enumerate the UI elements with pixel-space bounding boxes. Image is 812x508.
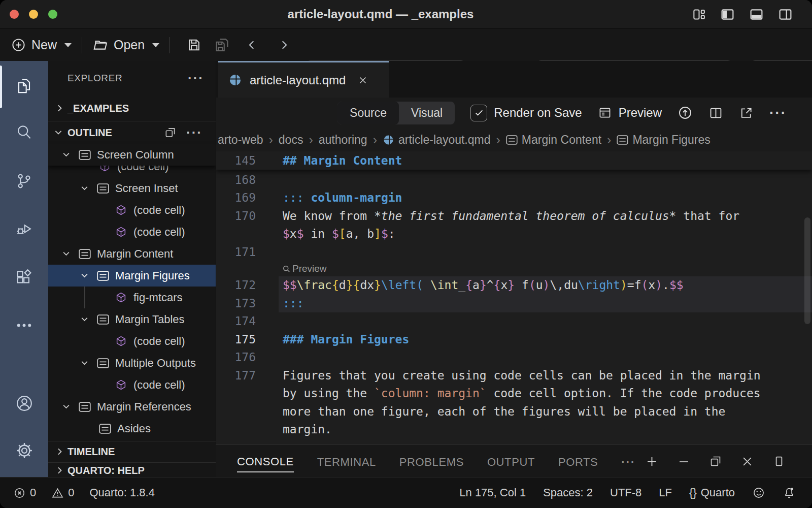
panel-more-tabs-icon[interactable]: ··· — [621, 451, 635, 472]
indent-guide — [84, 287, 85, 308]
source-control-icon[interactable] — [0, 172, 48, 190]
editor-scrollbar[interactable] — [804, 217, 810, 324]
navigate-forward-icon[interactable] — [277, 38, 291, 52]
timeline-section-header[interactable]: TIMELINE — [48, 441, 216, 462]
publish-icon[interactable] — [678, 105, 693, 120]
outline-more-icon[interactable]: ··· — [186, 125, 202, 141]
more-views-icon[interactable] — [0, 316, 48, 335]
code-line-wrap[interactable]: by using the `column: margin` code cell … — [216, 385, 812, 403]
maximize-window-button[interactable] — [48, 10, 57, 19]
minimize-panel-icon[interactable] — [677, 455, 691, 468]
code-line-current[interactable]: 175### Margin Figures — [216, 331, 812, 349]
outline-item-margin-tables[interactable]: Margin Tables — [48, 308, 216, 330]
new-session-plus-icon[interactable] — [645, 455, 659, 468]
new-button[interactable]: New — [11, 38, 72, 52]
explorer-more-icon[interactable]: ··· — [188, 71, 204, 86]
panel-tab-console[interactable]: CONSOLE — [237, 450, 294, 472]
save-all-button[interactable] — [214, 37, 230, 53]
outline-item-multiple-outputs[interactable]: Multiple Outputs — [48, 352, 216, 374]
extensions-icon[interactable] — [0, 268, 48, 287]
breadcrumb-folder[interactable]: docs — [279, 133, 303, 147]
code-line[interactable]: 173::: — [216, 295, 812, 313]
code-editor[interactable]: 168 169::: column-margin 170We know from… — [216, 151, 812, 444]
panel-layout-icon[interactable] — [772, 455, 786, 468]
code-line-wrap[interactable]: margin. — [216, 421, 812, 439]
source-visual-toggle[interactable]: Source Visual — [337, 102, 455, 124]
code-line[interactable]: 174 — [216, 312, 812, 331]
navigate-back-icon[interactable] — [245, 38, 259, 52]
checkbox-checked-icon[interactable] — [470, 105, 487, 121]
outline-item-code-cell[interactable]: (code cell) — [48, 221, 216, 243]
panel-tab-terminal[interactable]: TERMINAL — [317, 451, 376, 472]
outline-item-asides[interactable]: Asides — [48, 418, 216, 439]
open-button[interactable]: Open — [92, 37, 159, 53]
panel-tab-problems[interactable]: PROBLEMS — [399, 451, 464, 472]
settings-gear-icon[interactable] — [0, 441, 48, 460]
panel-tab-ports[interactable]: PORTS — [558, 451, 598, 472]
render-on-save-toggle[interactable]: Render on Save — [470, 105, 582, 121]
outline-item-margin-content[interactable]: Margin Content — [48, 243, 216, 265]
mode-source-button[interactable]: Source — [337, 102, 399, 124]
preview-button[interactable]: Preview — [598, 106, 662, 120]
search-view-icon[interactable] — [0, 123, 48, 142]
editor-more-actions-icon[interactable]: ··· — [769, 108, 787, 118]
outline-item-code-cell[interactable]: (code cell) — [48, 330, 216, 352]
outline-item-margin-figures-selected[interactable]: Margin Figures — [48, 265, 216, 287]
code-line[interactable]: 168 — [216, 171, 812, 189]
toggle-bottom-panel-icon[interactable] — [749, 7, 764, 22]
panel-tab-output[interactable]: OUTPUT — [487, 451, 535, 472]
breadcrumb-symbol[interactable]: Margin Figures — [617, 133, 710, 147]
explorer-icon[interactable] — [0, 76, 48, 95]
save-button[interactable] — [186, 37, 202, 53]
breadcrumb-file[interactable]: article-layout.qmd — [383, 133, 491, 147]
breadcrumb-folder[interactable]: arto-web — [218, 133, 263, 147]
tab-close-icon[interactable] — [357, 75, 368, 86]
quarto-file-icon — [228, 73, 242, 87]
quarto-version-status[interactable]: Quarto: 1.8.4 — [90, 486, 155, 499]
codelens-preview[interactable]: Preview — [216, 261, 812, 276]
code-line[interactable]: 176 — [216, 348, 812, 367]
indentation-status[interactable]: Spaces: 2 — [543, 486, 593, 499]
split-editor-icon[interactable] — [708, 106, 723, 120]
encoding-status[interactable]: UTF-8 — [610, 486, 641, 499]
feedback-smiley-icon[interactable] — [752, 486, 765, 499]
quarto-help-section-header[interactable]: QUARTO: HELP — [48, 462, 216, 478]
examples-section-header[interactable]: _EXAMPLES — [48, 98, 216, 119]
code-line[interactable]: 177Figures that you create using code ce… — [216, 367, 812, 385]
close-panel-icon[interactable] — [740, 455, 754, 468]
toggle-left-panel-icon[interactable] — [720, 7, 735, 22]
close-window-button[interactable] — [10, 10, 19, 19]
outline-item-margin-references[interactable]: Margin References — [48, 396, 216, 418]
code-line-wrap[interactable]: $x$ in $[a, b]$: — [216, 225, 812, 243]
account-icon[interactable] — [0, 394, 48, 413]
sticky-scroll-line[interactable]: 145## Margin Content — [216, 151, 812, 170]
run-debug-icon[interactable] — [0, 219, 48, 238]
cursor-position-status[interactable]: Ln 175, Col 1 — [459, 486, 526, 499]
outline-item-code-cell[interactable]: (code cell) — [48, 199, 216, 221]
mode-visual-button[interactable]: Visual — [399, 102, 455, 124]
eol-status[interactable]: LF — [659, 486, 672, 499]
customize-layout-icon[interactable] — [692, 8, 706, 21]
language-mode-status[interactable]: {} Quarto — [689, 486, 735, 499]
problems-indicator[interactable]: 0 0 — [13, 486, 75, 499]
chevron-right-icon — [55, 447, 65, 457]
minimize-window-button[interactable] — [29, 10, 38, 19]
outline-item-screen-inset[interactable]: Screen Inset — [48, 177, 216, 199]
breadcrumb-folder[interactable]: authoring — [319, 133, 367, 147]
outline-item-screen-column[interactable]: Screen Column — [48, 144, 216, 166]
code-line-math[interactable]: 172$$\frac{d}{dx}\left( \int_{a}^{x} f(u… — [216, 276, 812, 295]
collapse-all-icon[interactable] — [164, 126, 177, 139]
tab-article-layout[interactable]: article-layout.qmd — [218, 61, 389, 98]
maximize-panel-icon[interactable] — [709, 455, 722, 468]
code-line[interactable]: 169::: column-margin — [216, 189, 812, 207]
code-line[interactable]: 171 — [216, 243, 812, 262]
breadcrumb-symbol[interactable]: Margin Content — [506, 133, 601, 147]
code-line-wrap[interactable]: more than one figure, each of the figure… — [216, 403, 812, 421]
open-external-icon[interactable] — [739, 106, 754, 120]
outline-item-code-cell[interactable]: (code cell) — [48, 374, 216, 396]
outline-section-header[interactable]: OUTLINE ··· — [48, 121, 216, 144]
toggle-right-panel-icon[interactable] — [778, 7, 793, 22]
notifications-bell-icon[interactable] — [783, 486, 796, 499]
outline-item-fig-mtcars[interactable]: fig-mtcars — [48, 287, 216, 308]
code-line[interactable]: 170We know from *the first fundamental t… — [216, 207, 812, 226]
